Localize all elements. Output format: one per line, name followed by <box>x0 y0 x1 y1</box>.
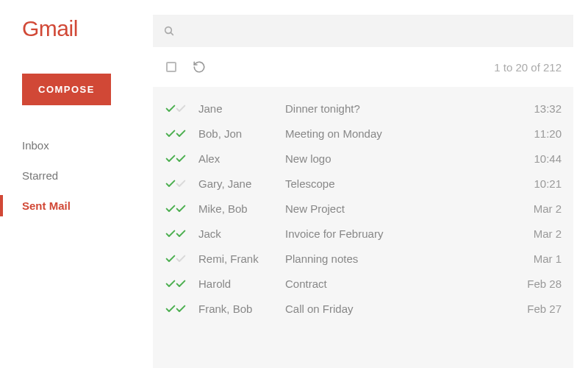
message-time: Feb 28 <box>510 277 562 290</box>
read-receipt-icon <box>165 177 198 189</box>
message-subject: Telescope <box>285 177 510 190</box>
message-subject: Dinner tonight? <box>285 102 510 115</box>
message-sender: Alex <box>198 152 285 165</box>
message-subject: Planning notes <box>285 252 510 265</box>
nav-item-starred[interactable]: Starred <box>0 160 147 191</box>
message-sender: Jane <box>198 102 285 115</box>
message-time: Mar 2 <box>510 227 562 240</box>
message-row[interactable]: AlexNew logo10:44 <box>153 146 573 171</box>
message-sender: Jack <box>198 227 285 240</box>
read-receipt-icon <box>165 227 198 239</box>
read-receipt-icon <box>165 252 198 264</box>
read-receipt-icon <box>165 302 198 314</box>
message-time: Mar 2 <box>510 202 562 215</box>
message-subject: Meeting on Monday <box>285 127 510 140</box>
svg-line-1 <box>171 32 173 35</box>
message-time: 11:20 <box>510 127 562 140</box>
message-row[interactable]: Remi, FrankPlanning notesMar 1 <box>153 246 573 271</box>
message-row[interactable]: Mike, BobNew ProjectMar 2 <box>153 196 573 221</box>
message-row[interactable]: Frank, BobCall on FridayFeb 27 <box>153 296 573 321</box>
search-bar[interactable] <box>153 15 573 47</box>
read-receipt-icon <box>165 202 198 214</box>
nav-item-inbox[interactable]: Inbox <box>0 130 147 160</box>
compose-button[interactable]: COMPOSE <box>22 74 111 105</box>
message-time: 13:32 <box>510 102 562 115</box>
read-receipt-icon <box>165 277 198 289</box>
message-subject: New Project <box>285 202 510 215</box>
message-subject: New logo <box>285 152 510 165</box>
message-sender: Frank, Bob <box>198 302 285 315</box>
refresh-button[interactable] <box>193 60 206 74</box>
message-subject: Contract <box>285 277 510 290</box>
nav-item-sent[interactable]: Sent Mail <box>0 191 147 221</box>
nav-list: Inbox Starred Sent Mail <box>0 130 147 221</box>
message-list: JaneDinner tonight?13:32Bob, JonMeeting … <box>153 87 573 368</box>
message-row[interactable]: JackInvoice for FebruaryMar 2 <box>153 221 573 246</box>
message-row[interactable]: Gary, JaneTelescope10:21 <box>153 171 573 196</box>
message-sender: Mike, Bob <box>198 202 285 215</box>
message-sender: Bob, Jon <box>198 127 285 140</box>
message-row[interactable]: JaneDinner tonight?13:32 <box>153 96 573 121</box>
message-time: Mar 1 <box>510 252 562 265</box>
pagination-range: 1 to 20 of 212 <box>494 61 570 74</box>
read-receipt-icon <box>165 152 198 164</box>
message-sender: Gary, Jane <box>198 177 285 190</box>
select-all-checkbox[interactable] <box>166 62 176 72</box>
message-sender: Remi, Frank <box>198 252 285 265</box>
message-subject: Invoice for February <box>285 227 510 240</box>
read-receipt-icon <box>165 102 198 114</box>
message-row[interactable]: Bob, JonMeeting on Monday11:20 <box>153 121 573 146</box>
message-time: 10:44 <box>510 152 562 165</box>
main-pane: 1 to 20 of 212 JaneDinner tonight?13:32B… <box>147 0 588 368</box>
message-subject: Call on Friday <box>285 302 510 315</box>
message-row[interactable]: HaroldContractFeb 28 <box>153 271 573 296</box>
message-sender: Harold <box>198 277 285 290</box>
sidebar: Gmail COMPOSE Inbox Starred Sent Mail <box>0 0 147 368</box>
message-time: Feb 27 <box>510 302 562 315</box>
list-toolbar: 1 to 20 of 212 <box>153 47 573 87</box>
message-time: 10:21 <box>510 177 562 190</box>
search-input[interactable] <box>175 15 563 47</box>
search-icon <box>163 25 175 37</box>
read-receipt-icon <box>165 127 198 139</box>
app-logo: Gmail <box>0 16 147 41</box>
